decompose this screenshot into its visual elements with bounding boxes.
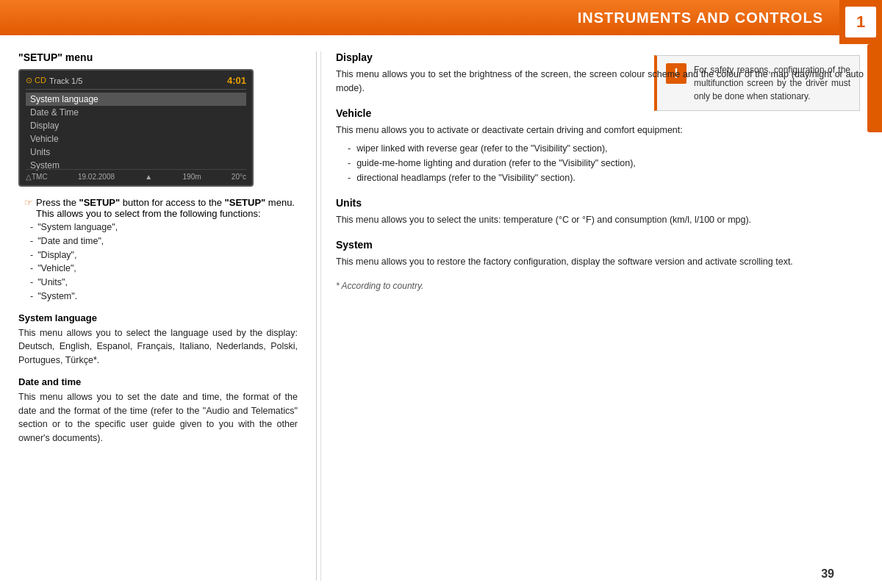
display-section: Display This menu allows you to set the … — [336, 51, 864, 96]
screen-time: 4:01 — [227, 75, 246, 86]
function-item: -"Display", — [30, 248, 298, 262]
screen-menu-item-1[interactable]: Date & Time — [26, 106, 246, 119]
screen-bottom-bar: △TMC 19.02.2008 ▲ 190m 20°c — [26, 169, 246, 181]
setup-bold-2: "SETUP" — [225, 197, 266, 208]
system-language-text: This menu allows you to select the langu… — [18, 326, 298, 368]
page-header: INSTRUMENTS and CONTROLS — [0, 0, 882, 35]
cd-label: ⊙ CD — [26, 76, 46, 85]
chapter-number-box: 1 — [839, 0, 882, 44]
screen-menu-item-3[interactable]: Vehicle — [26, 132, 246, 146]
screen-menu: System language Date & Time Display Vehi… — [26, 93, 246, 172]
units-section: Units This menu allows you to select the… — [336, 197, 864, 227]
intro-paragraph: ☞ Press the "SETUP" button for access to… — [24, 197, 298, 219]
system-text: This menu allows you to restore the fact… — [336, 255, 864, 269]
function-item: -"Vehicle", — [30, 262, 298, 276]
header-title: INSTRUMENTS and CONTROLS — [578, 10, 823, 26]
screen-arrow: ▲ — [145, 173, 152, 181]
column-divider — [316, 51, 317, 581]
screen-mockup: ⊙ CD Track 1/5 4:01 System language Date… — [18, 69, 254, 187]
screen-menu-item-0[interactable]: System language — [26, 93, 246, 106]
setup-bold-1: "SETUP" — [79, 197, 121, 208]
display-title: Display — [336, 51, 864, 63]
units-title: Units — [336, 197, 864, 209]
vehicle-title: Vehicle — [336, 107, 864, 119]
system-language-title: System language — [18, 312, 298, 323]
screen-dist: 190m — [183, 173, 201, 181]
vehicle-item: -guide-me-home lighting and duration (re… — [348, 156, 864, 171]
vehicle-items-list: -wiper linked with reverse gear (refer t… — [348, 141, 864, 185]
system-section: System This menu allows you to restore t… — [336, 239, 864, 269]
page-number: 39 — [821, 567, 834, 581]
main-content: "SETUP" menu ⊙ CD Track 1/5 4:01 System … — [0, 40, 882, 588]
vehicle-text: This menu allows you to activate or deac… — [336, 123, 864, 137]
footnote: * According to country. — [336, 281, 864, 291]
vehicle-item: -wiper linked with reverse gear (refer t… — [348, 141, 864, 156]
vehicle-section: Vehicle This menu allows you to activate… — [336, 107, 864, 186]
vehicle-item: -directional headlamps (refer to the "Vi… — [348, 171, 864, 185]
left-column: "SETUP" menu ⊙ CD Track 1/5 4:01 System … — [18, 51, 312, 581]
functions-list: -"System language", -"Date and time", -"… — [30, 220, 298, 304]
date-time-title: Date and time — [18, 376, 298, 387]
display-text: This menu allows you to set the brightne… — [336, 68, 864, 96]
function-item: -"System language", — [30, 220, 298, 234]
screen-track: Track 1/5 — [49, 76, 82, 85]
screen-menu-item-2[interactable]: Display — [26, 119, 246, 132]
screen-menu-item-4[interactable]: Units — [26, 146, 246, 159]
screen-cd-icon: ⊙ CD Track 1/5 — [26, 76, 82, 85]
screen-temp: 20°c — [232, 173, 246, 181]
intro-text: Press the "SETUP" button for access to t… — [36, 197, 298, 219]
function-item: -"System". — [30, 290, 298, 304]
function-item: -"Units", — [30, 276, 298, 290]
screen-tmc: △TMC — [26, 173, 48, 181]
chapter-number: 1 — [845, 7, 876, 37]
right-column: Display This menu allows you to set the … — [320, 51, 864, 581]
setup-menu-title: "SETUP" menu — [18, 51, 298, 63]
system-title: System — [336, 239, 864, 251]
screen-date: 19.02.2008 — [78, 173, 115, 181]
date-time-text: This menu allows you to set the date and… — [18, 390, 298, 445]
units-text: This menu allows you to select the units… — [336, 213, 864, 227]
screen-top-bar: ⊙ CD Track 1/5 4:01 — [26, 75, 246, 90]
function-item: -"Date and time", — [30, 234, 298, 248]
finger-arrow-icon: ☞ — [24, 197, 33, 219]
